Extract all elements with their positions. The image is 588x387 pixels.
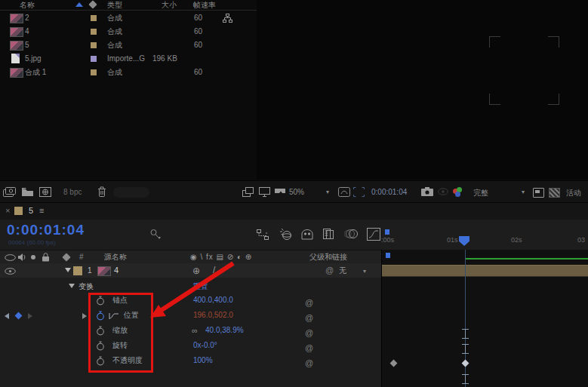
item-name: 4 bbox=[25, 25, 29, 38]
delete-icon[interactable] bbox=[97, 186, 106, 198]
panel-menu-icon[interactable]: ≡ bbox=[39, 206, 44, 215]
composition-viewer[interactable] bbox=[257, 0, 588, 180]
project-row[interactable]: 合成 1 合成 60 bbox=[0, 66, 257, 79]
property-value[interactable]: 40.0,38.9% bbox=[205, 323, 244, 338]
collapse-transformations-icon[interactable]: ⊕ bbox=[192, 266, 200, 276]
playhead-ibeam bbox=[462, 344, 469, 354]
keyframe-diamond-current[interactable] bbox=[462, 360, 469, 367]
solo-icon[interactable] bbox=[31, 255, 35, 260]
playhead-handle[interactable] bbox=[459, 236, 469, 246]
frame-blending-icon[interactable] bbox=[322, 228, 335, 240]
property-value[interactable]: 100% bbox=[193, 353, 213, 368]
comp-mini-flowchart-icon[interactable] bbox=[257, 229, 269, 240]
layer-visibility-eye-icon[interactable] bbox=[5, 268, 16, 275]
constrain-proportions-link-icon[interactable]: ∞ bbox=[192, 323, 198, 338]
label-column-icon[interactable] bbox=[88, 0, 97, 8]
next-keyframe-icon[interactable] bbox=[28, 313, 32, 319]
project-footer-field bbox=[113, 187, 149, 198]
property-row-position[interactable]: 位置 196.0,502.0 @ bbox=[0, 308, 381, 323]
transparency-grid-icon[interactable] bbox=[549, 188, 560, 198]
project-row[interactable]: 5 合成 60 bbox=[0, 38, 257, 52]
new-composition-icon[interactable] bbox=[39, 187, 51, 197]
shy-layers-icon[interactable] bbox=[300, 229, 314, 240]
project-row[interactable]: 5.jpg Importe...G 196 KB bbox=[0, 52, 257, 66]
work-area-start-handle[interactable] bbox=[385, 229, 389, 235]
label-header-icon[interactable] bbox=[62, 253, 70, 261]
mask-visibility-icon[interactable] bbox=[338, 187, 350, 197]
layer-disclosure-triangle[interactable] bbox=[65, 268, 71, 272]
resolution-chevron-icon[interactable]: ▾ bbox=[522, 189, 525, 195]
layer-switches-header-icons[interactable]: ◉ \ fx ▤ ⊘ ◐ ⊕ bbox=[190, 253, 252, 261]
new-folder-icon[interactable] bbox=[21, 187, 34, 197]
view-layout-value[interactable]: 活动 bbox=[566, 188, 581, 198]
column-type[interactable]: 类型 bbox=[107, 0, 122, 10]
track-area[interactable] bbox=[381, 250, 588, 387]
snapshot-camera-icon[interactable] bbox=[421, 187, 433, 196]
interpret-footage-icon[interactable] bbox=[3, 187, 18, 198]
show-snapshot-icon[interactable] bbox=[438, 188, 448, 195]
search-icon[interactable] bbox=[149, 229, 162, 239]
timeline-tab-label[interactable]: 5 bbox=[29, 206, 33, 215]
viewer-timecode[interactable]: 0:00:01:04 bbox=[371, 188, 407, 196]
current-timecode[interactable]: 0:00:01:04 bbox=[7, 222, 85, 238]
layer-duration-bar[interactable] bbox=[382, 265, 588, 277]
transform-disclosure-triangle[interactable] bbox=[69, 284, 75, 288]
project-row[interactable]: 2 合成 60 bbox=[0, 11, 257, 25]
property-value[interactable]: 0x-0.0° bbox=[193, 338, 217, 353]
magnification-chevron-icon[interactable]: ▾ bbox=[326, 189, 329, 195]
property-disclosure-triangle[interactable] bbox=[82, 313, 87, 319]
draft-3d-icon[interactable] bbox=[279, 228, 292, 241]
label-color-swatch[interactable] bbox=[91, 69, 97, 75]
index-header[interactable]: # bbox=[79, 250, 84, 264]
graph-editor-icon[interactable] bbox=[367, 228, 380, 241]
item-name: 2 bbox=[25, 11, 29, 25]
magnification-value[interactable]: 50% bbox=[289, 188, 304, 196]
work-area-marker[interactable] bbox=[386, 253, 390, 258]
column-size[interactable]: 大小 bbox=[162, 0, 177, 10]
quality-switch-icon[interactable]: / bbox=[213, 265, 215, 275]
reset-link[interactable]: 重置 bbox=[193, 279, 208, 293]
property-value[interactable]: 196.0,502.0 bbox=[193, 308, 233, 323]
parent-select-value[interactable]: 无 bbox=[339, 263, 346, 278]
parent-pickwhip-icon[interactable]: @ bbox=[325, 266, 334, 275]
layer-label-swatch[interactable] bbox=[73, 266, 82, 275]
motion-blur-icon[interactable] bbox=[344, 229, 359, 239]
target-region-icon[interactable] bbox=[533, 188, 544, 198]
transform-group-row[interactable]: 变换 重置 bbox=[0, 279, 381, 293]
layers-icon[interactable] bbox=[242, 187, 254, 197]
label-color-swatch[interactable] bbox=[91, 42, 97, 48]
label-color-swatch[interactable] bbox=[91, 29, 97, 35]
property-row-scale[interactable]: 缩放 ∞ 40.0,38.9% @ bbox=[0, 323, 381, 338]
label-color-swatch[interactable] bbox=[91, 56, 97, 62]
layer-row[interactable]: 1 4 ⊕ / @ 无 ▾ bbox=[0, 263, 381, 278]
parent-link-header[interactable]: 父级和链接 bbox=[309, 250, 347, 264]
parent-select-chevron-icon[interactable]: ▾ bbox=[363, 268, 366, 275]
monitor-icon[interactable] bbox=[259, 187, 270, 197]
add-keyframe-icon[interactable] bbox=[15, 312, 23, 320]
keyframe-diamond[interactable] bbox=[390, 360, 398, 367]
lock-icon[interactable] bbox=[42, 253, 50, 262]
source-name-header[interactable]: 源名称 bbox=[104, 250, 127, 264]
frame-corner-bottom-left bbox=[489, 94, 500, 105]
previous-keyframe-icon[interactable] bbox=[5, 313, 9, 319]
layer-comp-icon bbox=[97, 266, 111, 276]
label-color-swatch[interactable] bbox=[91, 15, 97, 21]
column-name[interactable]: 名称 bbox=[20, 0, 35, 10]
property-pickwhip-icon[interactable]: @ bbox=[305, 355, 313, 370]
column-framerate[interactable]: 帧速率 bbox=[193, 0, 216, 10]
resolution-value[interactable]: 完整 bbox=[473, 188, 488, 198]
show-channels-icon[interactable] bbox=[453, 187, 465, 198]
audio-icon[interactable] bbox=[18, 253, 26, 261]
project-row[interactable]: 4 合成 60 bbox=[0, 25, 257, 38]
bit-depth-label[interactable]: 8 bpc bbox=[63, 188, 82, 196]
property-row-anchor[interactable]: 锚点 400.0,400.0 @ bbox=[0, 293, 381, 308]
video-eye-icon[interactable] bbox=[5, 254, 16, 261]
property-row-opacity[interactable]: 不透明度 100% @ bbox=[0, 353, 381, 368]
close-tab-icon[interactable]: × bbox=[5, 207, 10, 215]
sort-ascending-icon[interactable] bbox=[75, 2, 83, 7]
property-row-rotation[interactable]: 旋转 0x-0.0° @ bbox=[0, 338, 381, 353]
layer-name[interactable]: 4 bbox=[114, 263, 119, 278]
vr-glasses-icon[interactable] bbox=[274, 188, 286, 196]
region-of-interest-icon[interactable] bbox=[353, 187, 365, 197]
property-value[interactable]: 400.0,400.0 bbox=[193, 293, 233, 308]
